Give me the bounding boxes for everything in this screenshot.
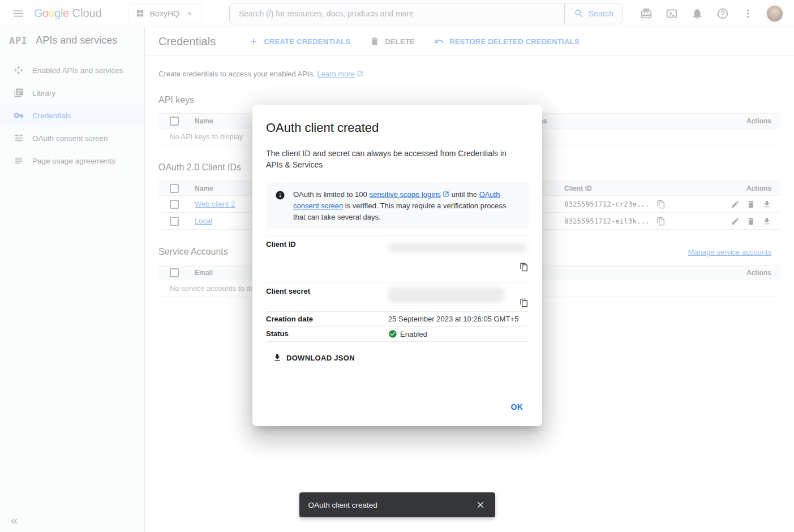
ok-button[interactable]: OK	[507, 398, 528, 416]
info-icon	[275, 190, 285, 200]
copy-icon	[520, 298, 529, 307]
close-icon	[475, 500, 486, 510]
creation-date-row: Creation date 25 September 2023 at 10:26…	[266, 311, 529, 326]
creation-date-label: Creation date	[266, 315, 388, 323]
sensitive-scope-logins-link[interactable]: sensitive scope logins	[369, 190, 440, 199]
oauth-client-created-dialog: OAuth client created The client ID and s…	[252, 105, 542, 426]
client-id-row: Client ID	[266, 235, 529, 282]
copy-client-id-button[interactable]	[520, 263, 529, 272]
snackbar: OAuth client created	[299, 492, 495, 517]
client-secret-label: Client secret	[266, 287, 388, 303]
client-secret-redacted	[388, 287, 504, 303]
snackbar-close-button[interactable]	[470, 495, 491, 515]
status-badge: Enabled	[400, 330, 427, 338]
dialog-body-text: The client ID and secret can always be a…	[266, 148, 521, 170]
snackbar-message: OAuth client created	[308, 501, 470, 509]
check-circle-icon	[388, 329, 397, 338]
dialog-details: Client ID Client secret Creation date 25…	[266, 235, 529, 342]
client-id-label: Client ID	[266, 240, 388, 252]
oauth-limit-notice: OAuth is limited to 100 sensitive scope …	[266, 183, 529, 229]
client-secret-row: Client secret	[266, 282, 529, 311]
status-label: Status	[266, 329, 388, 338]
download-icon	[273, 353, 282, 362]
notice-text: OAuth is limited to 100 sensitive scope …	[293, 189, 520, 223]
dialog-title: OAuth client created	[266, 121, 529, 135]
status-row: Status Enabled	[266, 326, 529, 342]
download-json-button[interactable]: DOWNLOAD JSON	[271, 350, 357, 366]
creation-date-value: 25 September 2023 at 10:26:05 GMT+5	[388, 315, 529, 323]
client-id-redacted-line2	[388, 243, 527, 252]
copy-icon	[520, 263, 529, 272]
external-link-icon	[443, 191, 449, 198]
copy-client-secret-button[interactable]	[520, 298, 529, 307]
